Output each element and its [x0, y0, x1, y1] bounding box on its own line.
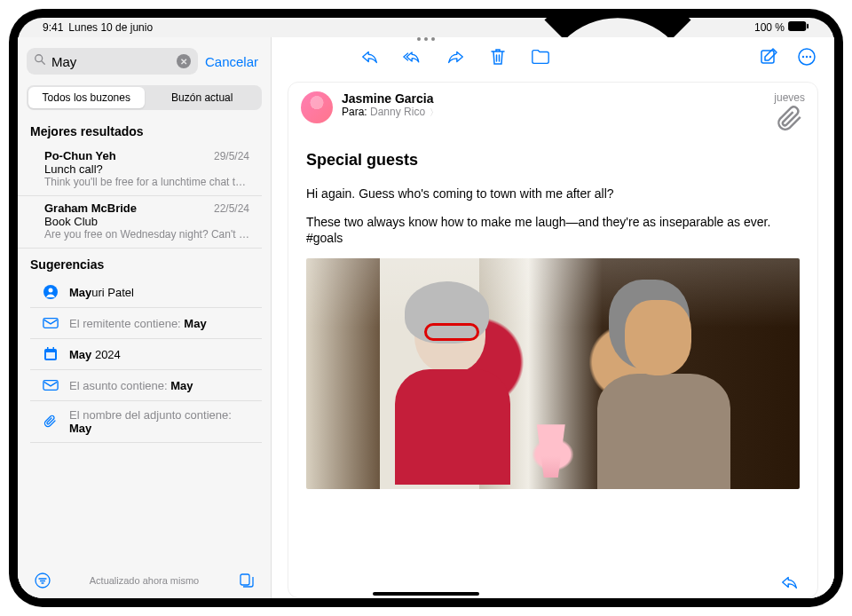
- result-date: 22/5/24: [214, 202, 249, 215]
- clear-search-icon[interactable]: [177, 54, 191, 68]
- suggestion-text: Mayuri Patel: [69, 286, 134, 299]
- scope-segmented-control[interactable]: Todos los buzones Buzón actual: [27, 85, 262, 110]
- search-icon: [34, 53, 46, 69]
- message-pane: Jasmine Garcia Para: Danny Rico 〉 jueves: [272, 37, 834, 598]
- search-input[interactable]: May: [27, 48, 198, 75]
- svg-rect-8: [46, 352, 55, 359]
- attachment-icon: [774, 104, 805, 137]
- message-subject: Special guests: [306, 151, 800, 170]
- device-frame: 9:41 Lunes 10 de junio 100 %: [9, 9, 843, 607]
- svg-rect-1: [807, 24, 809, 29]
- svg-rect-0: [788, 21, 806, 31]
- suggestion-item[interactable]: El nombre del adjunto contiene: May: [30, 401, 262, 443]
- chevron-right-icon: 〉: [430, 107, 438, 117]
- recipient-name: Danny Rico: [370, 106, 425, 118]
- message-body-1: Hi again. Guess who's coming to town wit…: [306, 186, 800, 201]
- reply-icon[interactable]: [360, 47, 380, 67]
- sync-status: Actualizado ahora mismo: [90, 575, 200, 586]
- home-indicator[interactable]: [373, 592, 479, 596]
- cancel-button[interactable]: Cancelar: [205, 54, 262, 69]
- paperclip-icon: [43, 414, 59, 430]
- reply-all-icon[interactable]: [403, 47, 422, 67]
- avatar[interactable]: [301, 91, 333, 123]
- suggestion-item[interactable]: Mayuri Patel: [30, 277, 262, 308]
- filter-icon[interactable]: [34, 572, 51, 589]
- search-result-item[interactable]: Po-Chun Yeh 29/5/24 Lunch call? Think yo…: [18, 144, 262, 196]
- svg-point-17: [806, 56, 808, 58]
- trash-icon[interactable]: [488, 47, 508, 67]
- forward-icon[interactable]: [446, 47, 465, 67]
- suggestion-item[interactable]: El asunto contiene: May: [30, 370, 262, 401]
- result-sender: Graham McBride: [44, 201, 137, 215]
- envelope-icon: [43, 377, 59, 393]
- message-header[interactable]: Jasmine Garcia Para: Danny Rico 〉 jueves: [288, 83, 817, 142]
- quick-reply-icon[interactable]: [780, 573, 800, 592]
- screen: 9:41 Lunes 10 de junio 100 %: [18, 18, 834, 598]
- sidebar: May Cancelar Todos los buzones Buzón act…: [18, 37, 272, 598]
- svg-line-3: [42, 61, 45, 65]
- suggestion-item[interactable]: May 2024: [30, 339, 262, 370]
- segment-all-mailboxes[interactable]: Todos los buzones: [28, 87, 145, 108]
- suggestion-text: May 2024: [69, 348, 121, 361]
- svg-point-5: [49, 288, 53, 293]
- status-time: 9:41: [43, 21, 63, 34]
- top-hits-header: Mejores resultados: [18, 115, 271, 144]
- to-line[interactable]: Para: Danny Rico 〉: [342, 106, 765, 119]
- folder-icon[interactable]: [531, 47, 550, 67]
- svg-point-18: [809, 56, 811, 58]
- status-date: Lunes 10 de junio: [68, 21, 153, 34]
- suggestion-item[interactable]: El remitente contiene: May: [30, 308, 262, 339]
- svg-rect-9: [47, 347, 49, 350]
- result-preview: Think you'll be free for a lunchtime cha…: [44, 176, 249, 188]
- message-body-2: These two always know how to make me lau…: [306, 214, 800, 246]
- message-date: jueves: [774, 91, 805, 104]
- person-icon: [43, 284, 59, 300]
- battery-text: 100 %: [754, 21, 785, 34]
- calendar-icon: [43, 346, 59, 362]
- result-preview: Are you free on Wednesday night? Can't w…: [44, 228, 249, 241]
- svg-rect-13: [241, 574, 249, 585]
- result-subject: Book Club: [44, 215, 249, 228]
- sender-name: Jasmine Garcia: [342, 91, 765, 106]
- suggestion-text: El nombre del adjunto contiene: May: [69, 408, 249, 435]
- result-subject: Lunch call?: [44, 162, 249, 176]
- segment-current-mailbox[interactable]: Buzón actual: [145, 87, 261, 108]
- result-date: 29/5/24: [214, 150, 249, 162]
- svg-rect-11: [43, 381, 58, 391]
- suggestions-header: Sugerencias: [18, 249, 271, 277]
- envelope-icon: [43, 315, 59, 331]
- mailboxes-icon[interactable]: [237, 572, 255, 589]
- suggestion-text: El asunto contiene: May: [69, 379, 193, 392]
- svg-rect-6: [43, 319, 58, 328]
- result-sender: Po-Chun Yeh: [44, 149, 116, 162]
- search-result-item[interactable]: Graham McBride 22/5/24 Book Club Are you…: [18, 196, 262, 249]
- svg-rect-10: [53, 347, 55, 350]
- compose-icon[interactable]: [760, 47, 779, 67]
- message-card: Jasmine Garcia Para: Danny Rico 〉 jueves: [288, 82, 818, 598]
- to-label: Para:: [342, 106, 367, 118]
- multitask-indicator[interactable]: [417, 37, 435, 41]
- svg-point-16: [802, 56, 804, 58]
- status-bar: 9:41 Lunes 10 de junio 100 %: [18, 18, 834, 37]
- more-icon[interactable]: [797, 47, 816, 67]
- attached-photo[interactable]: [306, 258, 800, 489]
- battery-icon: [788, 21, 809, 34]
- toolbar: [272, 37, 834, 76]
- suggestion-text: El remitente contiene: May: [69, 317, 207, 330]
- search-text: May: [51, 54, 171, 69]
